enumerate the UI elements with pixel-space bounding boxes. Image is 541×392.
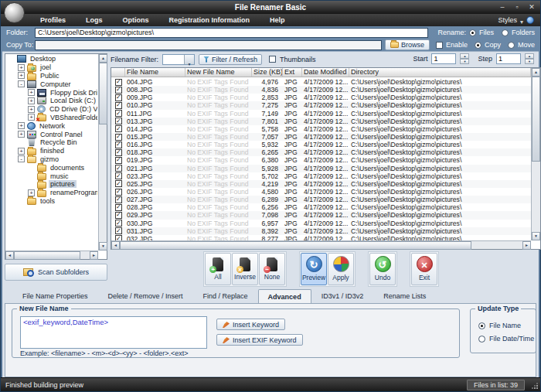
file-datetime-radio[interactable] — [478, 336, 485, 343]
tree-item-tools[interactable]: tools — [6, 197, 97, 206]
start-spinner[interactable] — [460, 53, 469, 64]
collapse-icon[interactable]: - — [18, 80, 25, 87]
checked-checkbox-icon[interactable] — [115, 118, 122, 124]
move-radio[interactable] — [508, 42, 515, 49]
checked-checkbox-icon[interactable] — [115, 180, 122, 187]
tree-item-joel[interactable]: +joel — [6, 63, 97, 72]
checked-checkbox-icon[interactable] — [115, 134, 122, 141]
expand-icon[interactable]: + — [28, 97, 35, 104]
expand-icon[interactable]: + — [28, 114, 35, 121]
browse-button[interactable]: Browse — [385, 39, 430, 50]
column-header-file-name[interactable]: File Name — [125, 68, 185, 77]
tree-item-control-panel[interactable]: +Control Panel — [6, 130, 97, 138]
checked-checkbox-icon[interactable] — [115, 125, 122, 132]
file-row-031-jpg[interactable]: 031.JPGNo EXIF Tags Found8,392JPG4/17/20… — [111, 227, 531, 235]
rename-files-radio[interactable] — [469, 29, 476, 36]
thumbnails-checkbox[interactable] — [269, 56, 276, 63]
tree-item-cd-drive-d-virtualbox-guest[interactable]: +CD Drive (D:) VirtualBox Guest — [6, 105, 97, 114]
checked-checkbox-icon[interactable] — [115, 196, 122, 203]
checked-checkbox-icon[interactable] — [115, 220, 122, 227]
filter-refresh-button[interactable]: Filter / Refresh — [199, 54, 262, 65]
tab-rename-lists[interactable]: Rename Lists — [373, 289, 436, 303]
select-none-button[interactable]: None — [259, 253, 285, 285]
file-row-009-jpg[interactable]: 009.JPGNo EXIF Tags Found2,853JPG4/17/20… — [111, 94, 531, 101]
select-all-button[interactable]: All — [205, 253, 231, 285]
checked-checkbox-icon[interactable] — [115, 79, 122, 86]
checked-checkbox-icon[interactable] — [115, 165, 122, 172]
enable-checkbox[interactable] — [436, 42, 443, 49]
tree-item-pictures[interactable]: pictures — [6, 180, 97, 189]
filename-filter-combo[interactable] — [162, 54, 195, 65]
tab-file-name-properties[interactable]: File Name Properties — [12, 289, 98, 303]
menu-item-options[interactable]: Options — [113, 14, 159, 26]
expand-icon[interactable]: + — [28, 89, 35, 96]
file-row-030-jpg[interactable]: 030.JPGNo EXIF Tags Found6,957JPG4/17/20… — [111, 220, 531, 227]
file-row-010-jpg[interactable]: 010.JPGNo EXIF Tags Found7,275JPG4/17/20… — [111, 101, 531, 109]
file-row-032-jpg[interactable]: 032.JPGNo EXIF Tags Found8,277JPG4/17/20… — [111, 235, 531, 240]
close-button[interactable] — [528, 2, 536, 12]
column-header-date-modified[interactable]: Date Modified — [302, 68, 349, 77]
update-file-name-option[interactable]: File Name — [478, 322, 521, 329]
tree-item-renameprograms[interactable]: +renamePrograms — [6, 189, 97, 197]
menu-item-registration-information[interactable]: Registration Information — [159, 14, 260, 26]
expand-icon[interactable]: + — [18, 148, 25, 155]
copy-to-input[interactable] — [35, 40, 382, 50]
column-header-ext[interactable]: Ext — [283, 68, 302, 77]
checked-checkbox-icon[interactable] — [115, 102, 122, 109]
folder-path-input[interactable] — [35, 28, 428, 38]
new-file-name-pattern-input[interactable]: <exif_keyword,DateTime> — [20, 316, 207, 349]
apply-button[interactable]: Apply — [328, 253, 354, 285]
undo-button[interactable]: Undo — [369, 253, 396, 285]
tree-item-public[interactable]: +Public — [6, 72, 97, 80]
tree-item-network[interactable]: +Network — [6, 121, 97, 130]
file-row-028-jpg[interactable]: 028.JPGNo EXIF Tags Found6,256JPG4/17/20… — [111, 203, 531, 211]
minimize-button[interactable] — [498, 2, 506, 12]
checked-checkbox-icon[interactable] — [115, 227, 122, 234]
resize-grip[interactable] — [532, 383, 538, 389]
list-vertical-scrollbar[interactable]: ▲ ▼ — [531, 68, 540, 240]
checked-checkbox-icon[interactable] — [115, 110, 122, 117]
tree-item-local-disk-c[interactable]: +Local Disk (C:) — [6, 97, 97, 105]
file-row-021-jpg[interactable]: 021.JPGNo EXIF Tags Found5,928JPG4/17/20… — [111, 165, 531, 172]
file-row-013-jpg[interactable]: 013.JPGNo EXIF Tags Found7,801JPG4/17/20… — [111, 118, 531, 125]
tab-id3v1-id3v2[interactable]: ID3v1 / ID3v2 — [311, 289, 374, 303]
step-input[interactable] — [496, 53, 521, 64]
tree-item-computer[interactable]: -Computer — [6, 80, 97, 88]
insert-keyword-button[interactable]: Insert Keyword — [216, 319, 285, 330]
file-row-029-jpg[interactable]: 029.JPGNo EXIF Tags Found7,098JPG4/17/20… — [111, 211, 531, 219]
tab-delete-remove-insert[interactable]: Delete / Remove / Insert — [98, 289, 193, 303]
file-row-023-jpg[interactable]: 023.JPGNo EXIF Tags Found5,702JPG4/17/20… — [111, 172, 531, 180]
collapse-icon[interactable]: - — [18, 155, 25, 162]
file-row-015-jpg[interactable]: 015.JPGNo EXIF Tags Found7,057JPG4/17/20… — [111, 133, 531, 141]
scan-subfolders-button[interactable]: Scan Subfolders — [5, 264, 107, 281]
tree-item-desktop[interactable]: Desktop — [6, 55, 97, 63]
tab-find-replace[interactable]: Find / Replace — [193, 289, 258, 303]
rename-folders-radio[interactable] — [502, 29, 509, 36]
column-header-directory[interactable]: Directory — [349, 68, 531, 77]
menu-item-logs[interactable]: Logs — [76, 14, 113, 26]
file-row-008-jpg[interactable]: 008.JPGNo EXIF Tags Found4,836JPG4/17/20… — [111, 86, 531, 94]
tree-item-gizmo[interactable]: -gizmo — [6, 155, 97, 164]
tab-advanced[interactable]: Advanced — [258, 289, 311, 304]
start-input[interactable] — [431, 53, 456, 64]
tree-item-finished[interactable]: +finished — [6, 147, 97, 155]
combo-dropdown-icon[interactable] — [184, 55, 194, 64]
checked-checkbox-icon[interactable] — [115, 172, 122, 179]
file-row-026-jpg[interactable]: 026.JPGNo EXIF Tags Found4,580JPG4/17/20… — [111, 188, 531, 196]
checked-checkbox-icon[interactable] — [115, 87, 122, 94]
tree-item-documents[interactable]: documents — [6, 163, 97, 172]
tree-vertical-scrollbar[interactable]: ▲ ▼ — [98, 54, 107, 251]
column-header-size-kb[interactable]: Size (KB) — [252, 68, 283, 77]
file-row-011-jpg[interactable]: 011.JPGNo EXIF Tags Found7,149JPG4/17/20… — [111, 110, 531, 118]
expand-icon[interactable]: + — [28, 106, 35, 113]
file-row-025-jpg[interactable]: 025.JPGNo EXIF Tags Found4,219JPG4/17/20… — [111, 180, 531, 188]
expand-icon[interactable]: + — [28, 189, 35, 196]
file-row-016-jpg[interactable]: 016.JPGNo EXIF Tags Found5,932JPG4/17/20… — [111, 141, 531, 148]
file-row-027-jpg[interactable]: 027.JPGNo EXIF Tags Found6,289JPG4/17/20… — [111, 196, 531, 203]
file-row-019-jpg[interactable]: 019.JPGNo EXIF Tags Found6,380JPG4/17/20… — [111, 156, 531, 164]
tree-item-music[interactable]: music — [6, 172, 97, 180]
file-row-014-jpg[interactable]: 014.JPGNo EXIF Tags Found5,758JPG4/17/20… — [111, 125, 531, 133]
preview-button[interactable]: Preview — [301, 253, 327, 285]
list-horizontal-scrollbar[interactable]: ◄ ► — [111, 240, 531, 249]
insert-exif-keyword-button[interactable]: Insert EXIF Keyword — [216, 334, 303, 346]
